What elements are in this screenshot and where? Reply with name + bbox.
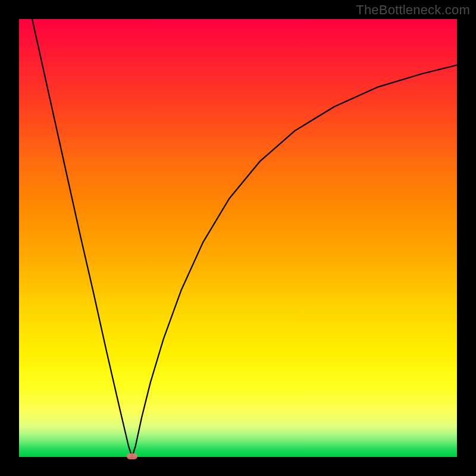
curve-path <box>32 19 457 457</box>
watermark-label: TheBottleneck.com <box>356 2 470 18</box>
minimum-marker <box>127 453 137 459</box>
chart-frame: TheBottleneck.com <box>0 0 476 476</box>
bottleneck-curve <box>19 19 457 457</box>
plot-area <box>19 19 457 457</box>
